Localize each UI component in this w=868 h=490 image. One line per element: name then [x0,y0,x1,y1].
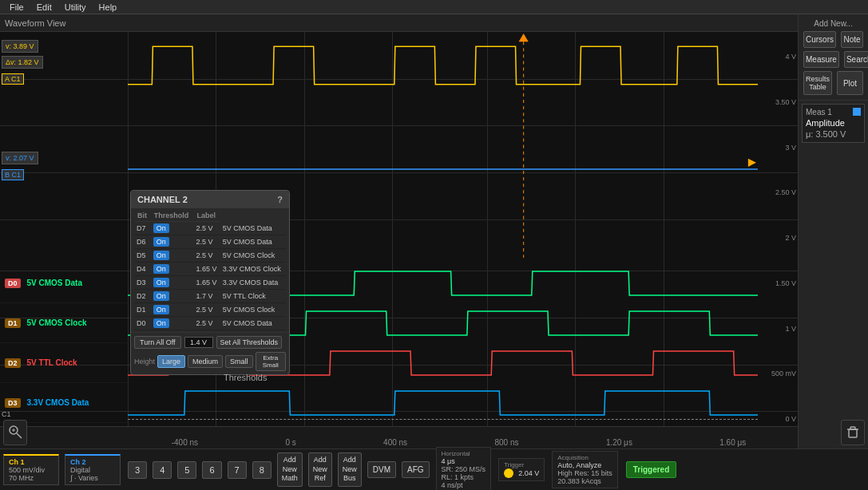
set-all-thresholds-button[interactable]: Set All Thresholds [216,336,282,349]
trigger-info: Trigger 2.04 V [498,458,545,481]
num-4-button[interactable]: 4 [153,461,172,479]
v-label-4v: 4 V [759,53,796,61]
ch1-voltage-label: v: 3.89 V [2,40,38,53]
meas1-panel: Meas 1 Amplitude μ: 3.500 V [802,104,865,143]
table-cell-on[interactable]: On [151,222,194,235]
horizontal-info: Horizontal 4 μs SR: 250 MS/s RL: 1 kpts … [436,447,492,490]
v-label-150: 1.50 V [759,279,796,287]
num-5-button[interactable]: 5 [177,461,196,479]
ch1-badge: A C1 [2,73,24,85]
num-6-button[interactable]: 6 [202,461,221,479]
table-cell-on[interactable]: On [151,249,194,263]
results-table-button[interactable]: Results Table [803,71,832,95]
scope-display[interactable]: v: 3.89 V Δv: 1.82 V A C1 v: 2.07 V B C1… [0,32,798,458]
num-8-button[interactable]: 8 [252,461,271,479]
table-cell-on[interactable]: On [151,317,194,330]
zoom-icon[interactable] [3,420,27,445]
c1-bottom-label: C1 [2,410,11,418]
add-new-bus-button[interactable]: AddNewBus [338,452,362,487]
table-cell-threshold: 1.65 V [193,276,220,290]
trigger-title: Trigger [504,461,539,468]
bottom-bar: Ch 1 500 mV/div 70 MHz Ch 2 Digital ∫ · … [0,449,868,490]
afg-button[interactable]: AFG [402,461,430,478]
voltage-labels: 4 V 3.50 V 3 V 2.50 V 2 V 1.50 V 1 V 500… [758,49,798,426]
dvm-button[interactable]: DVM [367,461,396,478]
turn-all-off-button[interactable]: Turn All Off [134,336,181,349]
on-button[interactable]: On [153,264,169,274]
table-row: D5 On 2.5 V 5V CMOS Clock [134,249,286,263]
ch1-info-line1: 500 mV/div [9,466,54,474]
height-extrasmall-button[interactable]: Extra Small [256,352,286,371]
measure-button[interactable]: Measure [803,51,839,68]
menu-utility[interactable]: Utility [58,2,93,12]
on-button[interactable]: On [153,237,169,247]
v-label-250: 2.50 V [759,188,796,196]
table-cell-on[interactable]: On [151,276,194,290]
main-area: Waveform View v: 3.89 V [0,14,868,490]
note-button[interactable]: Note [841,31,863,48]
table-cell-label: 5V CMOS Data [220,222,286,235]
ch2-panel-help-icon[interactable]: ? [277,195,283,204]
search-button[interactable]: Search [844,51,868,68]
ch2-badge: B C1 [2,169,24,180]
threshold-input[interactable] [184,337,213,348]
trigger-value-row: 2.04 V [504,468,539,478]
ch1-info-box: Ch 1 500 mV/div 70 MHz [3,454,59,485]
table-cell-on[interactable]: On [151,290,194,303]
d3-ch-label: 3.3V CMOS Data [27,398,89,407]
menu-file[interactable]: File [3,2,30,12]
num-3-button[interactable]: 3 [128,461,147,479]
trigger-indicator [504,468,513,478]
on-button[interactable]: On [153,223,169,233]
table-row: D4 On 1.65 V 3.3V CMOS Clock [134,263,286,276]
v-label-500m: 500 mV [759,369,796,377]
acquisition-info: Acquisition Auto, Analyze High Res: 15 b… [552,451,618,488]
zero-line [128,419,758,420]
height-large-button[interactable]: Large [157,355,185,368]
add-new-section: Add New... Cursors Note Measure Search R… [799,14,868,101]
plot-button[interactable]: Plot [837,71,863,95]
table-cell-bit: D5 [134,249,151,263]
on-button[interactable]: On [153,318,169,328]
table-cell-on[interactable]: On [151,303,194,317]
triggered-button[interactable]: Triggered [626,461,677,478]
waveform-header: Waveform View [0,14,798,32]
table-cell-threshold: 1.7 V [193,290,220,303]
table-cell-bit: D6 [134,235,151,249]
menu-edit[interactable]: Edit [30,2,58,12]
table-row: D1 On 2.5 V 5V CMOS Clock [134,303,286,317]
channel2-panel-header: CHANNEL 2 ? [131,191,289,208]
table-cell-label: 5V CMOS Data [220,317,286,330]
svg-marker-2 [748,159,756,167]
col-label: Label [193,210,220,222]
height-medium-button[interactable]: Medium [188,355,223,368]
table-cell-on[interactable]: On [151,263,194,276]
table-cell-on[interactable]: On [151,235,194,249]
d0-badge: D0 [5,279,21,288]
d1-badge: D1 [5,318,21,328]
v-label-1v: 1 V [759,325,796,333]
horizontal-line1: 4 μs [442,457,486,465]
num-7-button[interactable]: 7 [228,461,247,479]
add-new-ref-button[interactable]: AddNewRef [308,452,332,487]
ch1-info-title: Ch 1 [9,458,54,466]
v-label-3v: 3 V [759,144,796,152]
thresholds-label: Thresholds [224,373,267,382]
menu-help[interactable]: Help [93,2,124,12]
ch2-info-box: Ch 2 Digital ∫ · Varies [65,454,121,485]
d2-label-row: D2 5V TTL Clock [0,343,128,383]
col-threshold: Threshold [151,210,194,222]
table-cell-bit: D2 [134,290,151,303]
table-row: D3 On 1.65 V 3.3V CMOS Data [134,276,286,290]
on-button[interactable]: On [153,278,169,287]
cursors-button[interactable]: Cursors [803,31,836,48]
horizontal-line3: RL: 1 kpts [442,473,486,481]
table-cell-threshold: 2.5 V [193,303,220,317]
trash-icon[interactable] [841,420,865,445]
on-button[interactable]: On [153,291,169,301]
on-button[interactable]: On [153,305,169,314]
d0-ch-label: 5V CMOS Data [27,279,82,287]
on-button[interactable]: On [153,251,169,260]
height-small-button[interactable]: Small [225,355,253,368]
add-new-math-button[interactable]: AddNewMath [277,452,303,487]
